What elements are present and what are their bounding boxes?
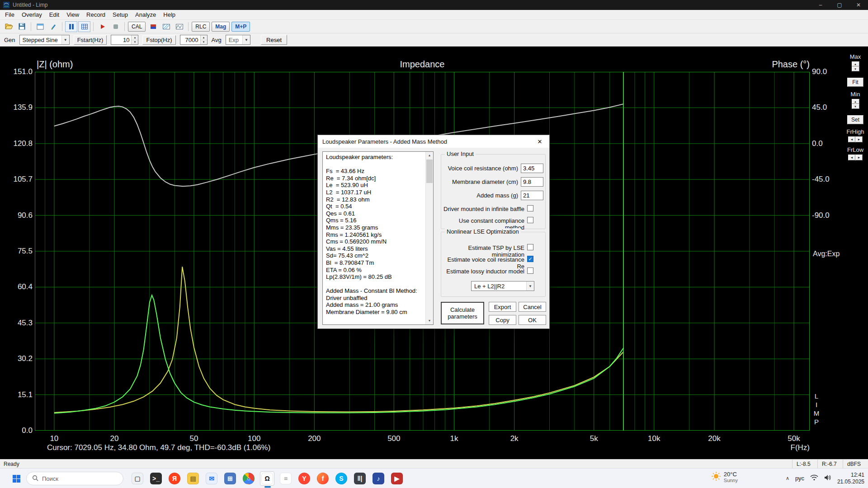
fstart-value[interactable]: 10: [111, 35, 131, 44]
fit-button[interactable]: Fit: [847, 78, 863, 87]
reset-button[interactable]: Reset: [261, 35, 287, 45]
minimize-button[interactable]: –: [811, 0, 830, 10]
data-table-icon[interactable]: [78, 21, 90, 32]
calculator-icon[interactable]: ⊞: [223, 471, 237, 486]
language-indicator[interactable]: рус: [795, 475, 804, 482]
wifi-icon[interactable]: [810, 474, 818, 482]
skype-icon[interactable]: S: [334, 471, 349, 486]
yandex-browser-glyph: Я: [169, 473, 180, 484]
menu-item-analyze[interactable]: Analyze: [132, 10, 160, 19]
start-button[interactable]: [10, 472, 23, 485]
system-window-icon[interactable]: ▢: [130, 471, 145, 486]
close-button[interactable]: ✕: [849, 0, 868, 10]
menu-item-file[interactable]: File: [1, 10, 18, 19]
fstop-spinbox[interactable]: 7000 ▲ ▼: [180, 35, 208, 45]
color-setup-icon[interactable]: [47, 21, 59, 32]
avg-select[interactable]: Exp ▼: [226, 35, 250, 45]
dialog-close-button[interactable]: ✕: [530, 135, 549, 148]
menu-item-edit[interactable]: Edit: [46, 10, 63, 19]
channel-colors-icon[interactable]: [147, 21, 159, 32]
inductor-model-select[interactable]: Le + L2||R2 ▼: [471, 281, 534, 291]
voice-coil-resistance-input[interactable]: [521, 164, 543, 173]
media-player-icon[interactable]: ▶: [390, 471, 404, 486]
window-titlebar[interactable]: Untitled - Limp – ▢ ✕: [0, 0, 868, 10]
left-axis-tick: 45.3: [0, 319, 33, 327]
x-axis-tick: 2k: [495, 434, 533, 443]
yandex-browser-icon[interactable]: Я: [167, 471, 182, 486]
scroll-up-icon[interactable]: ▲: [426, 152, 433, 159]
chrome-icon[interactable]: ○: [241, 471, 256, 486]
menu-item-view[interactable]: View: [63, 10, 83, 19]
max-down-button[interactable]: ▼: [852, 66, 859, 71]
hidden-icons-chevron[interactable]: ∧: [786, 475, 789, 481]
x-axis-tick: 50: [175, 434, 213, 443]
maximize-button[interactable]: ▢: [830, 0, 849, 10]
save-file-icon[interactable]: [16, 21, 28, 32]
open-file-icon[interactable]: [3, 21, 15, 32]
set-button[interactable]: Set: [847, 115, 863, 124]
scrollbar[interactable]: ▲ ▼: [425, 152, 433, 324]
fstart-up-button[interactable]: ▲: [132, 35, 138, 40]
frlow-left-button[interactable]: ◄: [848, 155, 855, 160]
equalizer-icon[interactable]: ‖|: [353, 471, 367, 486]
dialog-titlebar[interactable]: Loudspeaker Parameters - Added Mass Meth…: [318, 135, 549, 148]
lossy-inductor-checkbox[interactable]: [527, 267, 533, 274]
parameters-textbox[interactable]: Loudspeaker parameters: Fs = 43.66 HzRe …: [322, 151, 434, 325]
calculate-parameters-button[interactable]: Calculate parameters: [441, 302, 484, 324]
min-up-button[interactable]: ▲: [852, 99, 859, 104]
frlow-right-button[interactable]: ►: [855, 155, 863, 160]
x-axis-tick: 20: [95, 434, 133, 443]
pause-icon[interactable]: [65, 21, 77, 32]
fstop-down-button[interactable]: ▼: [201, 40, 207, 45]
overlay-icon[interactable]: [160, 21, 172, 32]
weather-widget[interactable]: 20°C Sunny: [712, 471, 738, 483]
fstart-spinbox[interactable]: 10 ▲ ▼: [111, 35, 138, 45]
ok-button[interactable]: OK: [519, 315, 546, 325]
notepad-icon[interactable]: ≡: [278, 471, 293, 486]
firefox-icon[interactable]: f: [316, 471, 330, 486]
copy-window-icon[interactable]: [34, 21, 46, 32]
clock[interactable]: 12:41 21.05.2025: [837, 472, 864, 485]
limp-app-icon[interactable]: Ω: [260, 471, 274, 486]
fstop-up-button[interactable]: ▲: [201, 35, 207, 40]
infinite-baffle-checkbox[interactable]: [527, 205, 533, 211]
audio-tool-icon[interactable]: ♪: [371, 471, 386, 486]
max-up-button[interactable]: ▲: [852, 61, 859, 66]
copy-button[interactable]: Copy: [489, 315, 516, 325]
volume-icon[interactable]: [824, 474, 831, 482]
search-box[interactable]: Поиск: [26, 472, 123, 485]
min-down-button[interactable]: ▼: [852, 104, 859, 109]
generator-type-select[interactable]: Stepped Sine ▼: [19, 35, 70, 45]
export-button[interactable]: Export: [489, 302, 516, 312]
membrane-diameter-input[interactable]: [521, 177, 543, 187]
magnitude-button[interactable]: Mag: [212, 22, 230, 32]
parameter-line: Sd= 75.43 cm^2: [326, 252, 424, 259]
fstop-value[interactable]: 7000: [180, 35, 200, 44]
generator-icon[interactable]: [173, 21, 185, 32]
menu-item-help[interactable]: Help: [160, 10, 179, 19]
mag-phase-button[interactable]: M+P: [231, 22, 250, 32]
menu-item-setup[interactable]: Setup: [109, 10, 132, 19]
stop-record-icon[interactable]: [109, 21, 122, 32]
file-explorer-icon[interactable]: ▤: [186, 471, 200, 486]
mail-icon[interactable]: ✉: [204, 471, 219, 486]
parameter-line: [326, 281, 424, 288]
estimate-re-checkbox[interactable]: [527, 256, 533, 262]
yandex-music-icon[interactable]: Y: [297, 471, 311, 486]
cancel-button[interactable]: Cancel: [519, 302, 546, 312]
calibrate-button[interactable]: CAL: [128, 22, 146, 32]
rlc-button[interactable]: RLC: [192, 22, 210, 32]
menu-item-overlay[interactable]: Overlay: [18, 10, 46, 19]
weather-temp: 20°C: [724, 471, 738, 478]
start-record-icon[interactable]: [96, 21, 108, 32]
fstart-down-button[interactable]: ▼: [132, 40, 138, 45]
scroll-down-icon[interactable]: ▼: [426, 317, 433, 324]
added-mass-input[interactable]: [521, 191, 543, 200]
constant-compliance-checkbox[interactable]: [527, 217, 533, 223]
lse-minimization-checkbox[interactable]: [527, 244, 533, 250]
scroll-thumb[interactable]: [426, 160, 433, 183]
equalizer-glyph: ‖|: [354, 473, 366, 484]
frhigh-right-button[interactable]: ►: [855, 136, 863, 142]
menu-item-record[interactable]: Record: [83, 10, 109, 19]
terminal-icon[interactable]: >_: [149, 471, 163, 486]
